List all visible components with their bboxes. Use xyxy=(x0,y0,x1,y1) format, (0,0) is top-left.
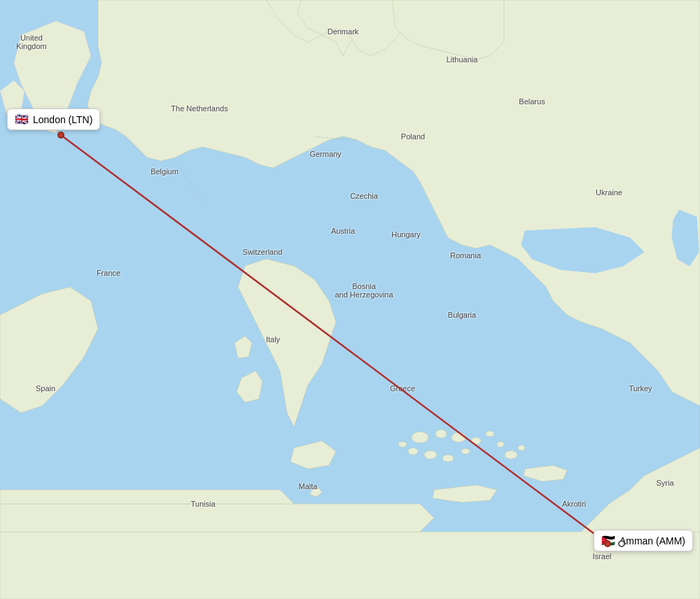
uk-flag-icon: 🇬🇧 xyxy=(15,113,29,126)
svg-point-9 xyxy=(461,449,470,454)
amman-dot-white xyxy=(618,540,625,547)
map-background xyxy=(0,0,700,599)
svg-point-3 xyxy=(412,432,428,443)
svg-point-8 xyxy=(442,455,454,462)
london-airport-name: London (LTN) xyxy=(33,114,92,125)
svg-point-15 xyxy=(518,445,525,451)
map-container: DenmarkLithuaniaBelarusUkrainePolandGerm… xyxy=(0,0,700,599)
svg-point-11 xyxy=(486,431,494,437)
svg-point-5 xyxy=(451,432,465,442)
svg-point-12 xyxy=(398,442,407,447)
svg-point-6 xyxy=(408,448,418,455)
svg-point-14 xyxy=(497,442,504,447)
london-label: 🇬🇧 London (LTN) xyxy=(7,108,100,130)
svg-point-4 xyxy=(435,430,447,438)
amman-airport-name: Amman (AMM) xyxy=(620,535,685,547)
svg-point-10 xyxy=(471,437,481,444)
london-dot xyxy=(57,132,64,139)
svg-point-7 xyxy=(424,451,437,459)
amman-dot-red xyxy=(604,540,611,547)
svg-point-13 xyxy=(505,451,517,459)
